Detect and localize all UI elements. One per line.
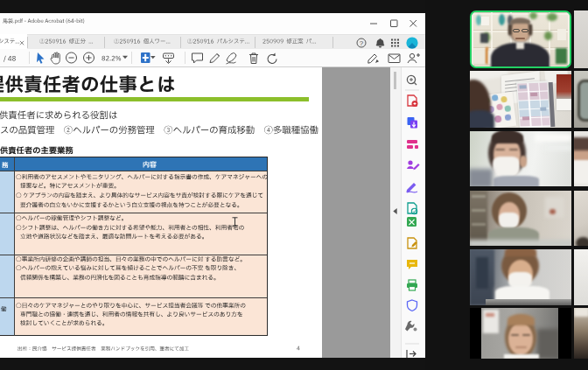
svg-text:?: ? [360,39,364,47]
